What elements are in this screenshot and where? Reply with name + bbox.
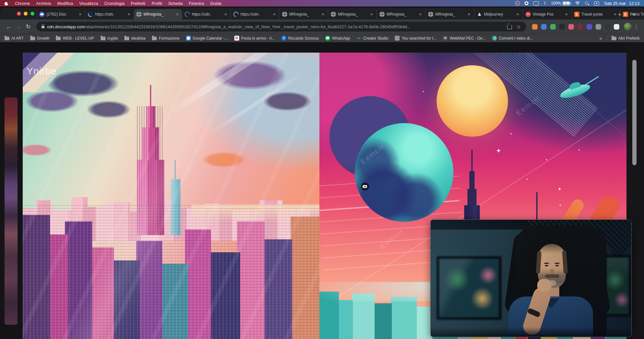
bookmark-item[interactable]: Converti i video di... — [492, 36, 533, 41]
profile-avatar[interactable] — [624, 23, 632, 31]
browser-tab[interactable]: Vintage Pos ✕ — [523, 9, 571, 19]
extension-icon[interactable] — [596, 24, 601, 30]
bookmark-item[interactable]: Posta in arrivo - ri... — [234, 36, 275, 41]
menu-item[interactable]: Archivio — [36, 1, 51, 6]
tab-title: https://cdn. — [241, 12, 270, 17]
extension-icon[interactable] — [605, 24, 610, 30]
share-icon[interactable] — [507, 25, 512, 29]
tab-close-button[interactable]: ✕ — [321, 12, 325, 17]
tab-close-button[interactable]: ✕ — [223, 12, 228, 17]
color-cast-overlay — [431, 220, 631, 337]
tab-close-button[interactable]: ✕ — [369, 12, 374, 17]
display-icon[interactable] — [533, 1, 539, 6]
browser-tab[interactable]: MRregista_ ✕ — [134, 9, 182, 19]
tab-close-button[interactable]: ✕ — [272, 12, 277, 17]
extension-icon[interactable] — [587, 24, 592, 30]
address-bar[interactable]: cdn.discordapp.com/attachments/101351233… — [36, 22, 526, 31]
tab-close-button[interactable]: ✕ — [418, 12, 423, 17]
bluetooth-icon[interactable]: ᛒ — [544, 1, 546, 5]
bookmark-item[interactable]: Growth — [30, 36, 50, 41]
browser-tab[interactable]: Midjourney ✕ — [474, 9, 523, 19]
forward-button[interactable]: → — [14, 22, 23, 31]
reload-button[interactable]: ↻ — [23, 22, 33, 31]
bookmark-item[interactable]: crypto — [101, 36, 118, 41]
bookmark-item[interactable]: AI ART — [5, 36, 24, 41]
tab-strip: (2762) Disc ✕ https://cdn. ✕ MRregista_ … — [0, 8, 644, 19]
lock-icon[interactable] — [42, 26, 44, 28]
tab-close-button[interactable]: ✕ — [467, 12, 471, 17]
browser-tab[interactable]: MRregista_ ✕ — [425, 9, 474, 19]
extension-icon[interactable] — [532, 24, 538, 30]
browser-tab[interactable]: https://cdn. ✕ — [230, 9, 279, 19]
extension-icon[interactable] — [550, 24, 556, 30]
tab-close-button[interactable]: ✕ — [175, 12, 180, 17]
bookmark-item[interactable]: Creator Studio — [356, 36, 388, 41]
bookmarks-overflow-chevron[interactable]: » — [600, 36, 602, 41]
spotlight-search-icon[interactable] — [585, 1, 589, 6]
tab-search-chevron-icon[interactable]: ▾ — [630, 10, 638, 19]
bookmark-item[interactable]: Riccardo Scrocca — [281, 36, 319, 41]
menu-item[interactable]: Modifica — [57, 1, 73, 6]
menu-item[interactable]: Finestra — [189, 1, 204, 6]
menu-item[interactable]: Visualizza — [79, 1, 98, 6]
bookmark-label: Google Calendar -... — [193, 36, 228, 41]
scrollbar-thumb[interactable] — [632, 60, 637, 165]
bookmark-item[interactable]: idealista — [124, 36, 145, 41]
page-content: Ynirbe — [0, 42, 644, 339]
control-center-icon[interactable] — [594, 1, 599, 6]
menu-item[interactable]: Guida — [210, 1, 221, 6]
close-window-button[interactable] — [17, 12, 21, 16]
tab-close-button[interactable]: ✕ — [127, 12, 131, 17]
bookmark-star-icon[interactable]: ☆ — [516, 24, 521, 30]
tab-favicon — [574, 12, 579, 17]
status-circle-icon[interactable] — [525, 1, 528, 5]
extension-icon[interactable] — [568, 24, 574, 30]
tab-title: https://cdn. — [95, 12, 125, 17]
tab-title: MRregista_ — [387, 12, 416, 17]
bookmarks-bar-right: » Altri Preferiti — [600, 36, 639, 41]
browser-menu-kebab-icon[interactable]: ⋮ — [634, 24, 639, 30]
browser-tab[interactable]: https://cdn. ✕ — [85, 9, 134, 19]
apple-menu-icon[interactable] — [5, 1, 8, 6]
menu-item[interactable]: Cronologia — [104, 1, 125, 6]
browser-tab[interactable]: MRregista_ ✕ — [377, 9, 425, 19]
browser-tab[interactable]: Travel poste ✕ — [571, 9, 620, 19]
bookmark-item[interactable]: WhatsApp — [325, 36, 350, 41]
new-tab-button[interactable]: + — [615, 10, 624, 19]
menu-item[interactable]: Scheda — [168, 1, 182, 6]
menu-item[interactable]: Chrome — [15, 1, 30, 6]
other-favorites-folder[interactable]: Altri Preferiti — [612, 36, 639, 41]
tab-close-button[interactable]: ✕ — [564, 12, 569, 17]
tab-close-button[interactable]: ✕ — [78, 12, 82, 17]
bookmark-item[interactable]: WEB - LEVEL-UP — [56, 36, 94, 41]
menu-bar-clock[interactable]: Sab 25 mar 12:13 — [604, 1, 639, 6]
battery-indicator[interactable]: 100% ϟ — [551, 1, 570, 6]
browser-tab[interactable]: MRregista_ ✕ — [279, 9, 328, 19]
bookmark-item[interactable]: Formazione — [152, 36, 179, 41]
bookmark-item[interactable]: You searched for I... — [395, 36, 436, 41]
tab-close-button[interactable]: ✕ — [515, 12, 520, 17]
diagonal-streaks — [23, 53, 319, 339]
extension-icon[interactable] — [541, 24, 547, 30]
extension-icon[interactable] — [577, 24, 583, 30]
browser-tab[interactable]: MRregista_ ✕ — [328, 9, 377, 19]
bookmark-item[interactable]: Google Calendar -... — [186, 36, 228, 41]
battery-percent: 100% — [551, 1, 561, 6]
menu-item[interactable]: Preferiti — [131, 1, 145, 6]
menu-item[interactable]: Profili — [152, 1, 162, 6]
extension-icon[interactable] — [559, 24, 565, 30]
bookmark-items: AI ART Growth WEB - LEVEL-UP cry — [5, 36, 533, 41]
wifi-icon[interactable] — [575, 1, 580, 5]
back-button[interactable]: ← — [4, 22, 14, 31]
bookmark-item[interactable]: WebMail PEC - De... — [443, 36, 485, 41]
browser-tab[interactable]: https://cdn. ✕ — [182, 9, 230, 19]
charging-bolt-icon: ϟ — [565, 1, 567, 6]
extension-icon[interactable] — [614, 24, 619, 30]
minimize-window-button[interactable] — [24, 12, 28, 16]
tab-title: MRregista_ — [435, 12, 465, 17]
screen-record-icon[interactable] — [515, 1, 520, 6]
maximize-window-button[interactable] — [31, 12, 34, 16]
browser-tab[interactable]: (2762) Disc ✕ — [36, 9, 85, 19]
left-poster-image[interactable]: Ynirbe — [23, 53, 319, 339]
bookmarks-bar: AI ART Growth WEB - LEVEL-UP cry — [0, 34, 644, 42]
